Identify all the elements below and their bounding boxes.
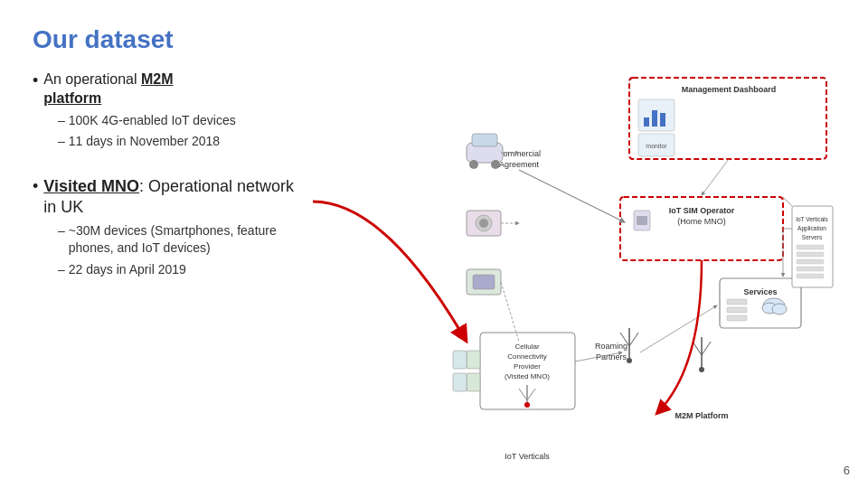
svg-text:Cellular: Cellular [514, 343, 539, 351]
svg-text:Application: Application [797, 225, 826, 232]
svg-text:IoT Verticals: IoT Verticals [505, 452, 550, 461]
bullet-1: • An operational M2M platform 100K 4G-en… [33, 70, 295, 151]
svg-point-23 [772, 304, 787, 314]
platform-highlight: platform [43, 90, 101, 106]
slide: Our dataset • An operational M2M platfor… [0, 0, 868, 488]
svg-text:Roaming: Roaming [595, 342, 627, 351]
bullet-1-sub: 100K 4G-enabled IoT devices 11 days in N… [58, 112, 295, 151]
sub-bullet-1-1-text: 100K 4G-enabled IoT devices [69, 112, 236, 130]
bullet-2: • Visited MNO: Operational network in UK… [33, 176, 295, 279]
left-panel: • An operational M2M platform 100K 4G-en… [33, 70, 295, 470]
bullet-2-main: • Visited MNO: Operational network in UK [33, 176, 295, 219]
svg-rect-43 [797, 259, 824, 264]
svg-rect-64 [467, 373, 480, 391]
bullet-2-sub: ~30M devices (Smartphones, feature phone… [58, 222, 295, 279]
content-area: • An operational M2M platform 100K 4G-en… [33, 70, 835, 470]
svg-text:Servers: Servers [802, 234, 823, 240]
svg-point-58 [627, 358, 632, 363]
svg-text:Provider: Provider [514, 362, 541, 371]
svg-point-62 [699, 367, 704, 372]
svg-text:(Visited MNO): (Visited MNO) [505, 372, 550, 380]
svg-text:M2M Platform: M2M Platform [675, 411, 728, 420]
svg-text:Partners: Partners [596, 352, 627, 361]
svg-text:IoT Verticals: IoT Verticals [796, 216, 828, 222]
svg-text:Services: Services [743, 287, 777, 296]
bullet-1-main: • An operational M2M platform [33, 70, 295, 108]
svg-line-71 [640, 305, 717, 352]
sub-bullet-2-1-text: ~30M devices (Smartphones, feature phone… [69, 222, 295, 258]
m2m-highlight: M2M [141, 71, 174, 87]
svg-rect-41 [797, 245, 824, 249]
svg-rect-63 [467, 351, 480, 369]
right-panel: Management Dashboard monitor IoT SIM Ope… [313, 70, 837, 470]
sub-bullet-2-2-text: 22 days in April 2019 [69, 261, 186, 279]
svg-text:IoT SIM Operator: IoT SIM Operator [669, 206, 735, 215]
svg-line-61 [702, 342, 711, 355]
svg-rect-65 [453, 351, 467, 369]
svg-rect-18 [727, 299, 747, 305]
svg-line-15 [519, 170, 625, 222]
sub-bullet-1-1: 100K 4G-enabled IoT devices [58, 112, 295, 130]
svg-text:Management Dashboard: Management Dashboard [682, 85, 777, 94]
svg-point-47 [469, 160, 478, 169]
sub-bullet-1-2-text: 11 days in November 2018 [69, 133, 220, 151]
sub-bullet-2-2: 22 days in April 2019 [58, 261, 295, 279]
svg-text:Commercial: Commercial [497, 149, 541, 158]
svg-rect-3 [644, 117, 649, 127]
svg-rect-5 [660, 113, 665, 127]
sub-bullet-2-1: ~30M devices (Smartphones, feature phone… [58, 222, 295, 258]
svg-point-34 [524, 402, 530, 408]
svg-rect-45 [797, 274, 824, 278]
svg-rect-12 [637, 216, 647, 225]
bullet-dot-1: • [33, 71, 38, 90]
page-number: 6 [844, 464, 850, 477]
sub-bullet-1-2: 11 days in November 2018 [58, 133, 295, 151]
svg-line-75 [702, 159, 729, 195]
diagram-svg: Management Dashboard monitor IoT SIM Ope… [313, 70, 837, 468]
svg-text:(Home MNO): (Home MNO) [677, 217, 726, 226]
bullet-1-text: An operational M2M platform [43, 70, 173, 108]
bullet-2-text: Visited MNO: Operational network in UK [43, 176, 295, 219]
slide-title: Our dataset [33, 25, 835, 54]
svg-rect-49 [472, 134, 497, 146]
svg-line-74 [783, 197, 792, 206]
svg-rect-44 [797, 267, 824, 271]
svg-rect-20 [727, 315, 747, 321]
svg-point-48 [491, 160, 500, 169]
svg-rect-4 [652, 110, 657, 127]
svg-text:Connectivity: Connectivity [507, 352, 547, 361]
svg-text:Agreement: Agreement [499, 160, 540, 169]
svg-rect-42 [797, 252, 824, 257]
visited-mno-highlight: Visited MNO [43, 177, 139, 195]
bullet-dot-2: • [33, 177, 38, 196]
svg-rect-54 [473, 275, 495, 289]
svg-point-52 [479, 219, 488, 228]
svg-line-57 [629, 333, 638, 346]
svg-rect-19 [727, 307, 747, 313]
svg-rect-66 [453, 373, 467, 391]
svg-text:monitor: monitor [646, 143, 667, 149]
